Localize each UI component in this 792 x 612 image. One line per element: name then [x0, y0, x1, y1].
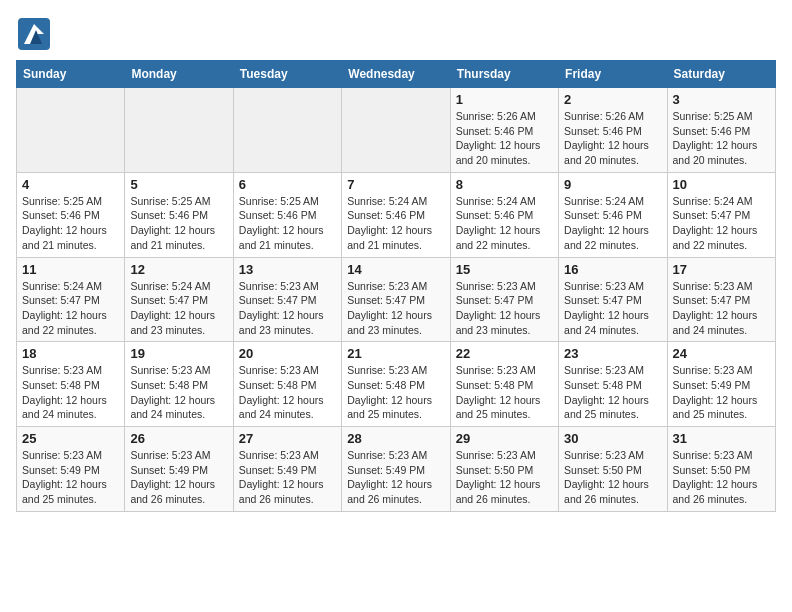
day-info: Sunrise: 5:25 AMSunset: 5:46 PMDaylight:… [130, 194, 227, 253]
calendar-cell: 7Sunrise: 5:24 AMSunset: 5:46 PMDaylight… [342, 172, 450, 257]
calendar-cell: 15Sunrise: 5:23 AMSunset: 5:47 PMDayligh… [450, 257, 558, 342]
calendar-cell: 8Sunrise: 5:24 AMSunset: 5:46 PMDaylight… [450, 172, 558, 257]
logo [16, 16, 56, 52]
day-info: Sunrise: 5:23 AMSunset: 5:48 PMDaylight:… [22, 363, 119, 422]
calendar-week-5: 25Sunrise: 5:23 AMSunset: 5:49 PMDayligh… [17, 427, 776, 512]
day-info: Sunrise: 5:23 AMSunset: 5:50 PMDaylight:… [673, 448, 770, 507]
day-info: Sunrise: 5:24 AMSunset: 5:47 PMDaylight:… [22, 279, 119, 338]
calendar-cell: 20Sunrise: 5:23 AMSunset: 5:48 PMDayligh… [233, 342, 341, 427]
day-info: Sunrise: 5:24 AMSunset: 5:47 PMDaylight:… [130, 279, 227, 338]
calendar-cell: 19Sunrise: 5:23 AMSunset: 5:48 PMDayligh… [125, 342, 233, 427]
day-number: 18 [22, 346, 119, 361]
day-number: 24 [673, 346, 770, 361]
calendar-cell: 26Sunrise: 5:23 AMSunset: 5:49 PMDayligh… [125, 427, 233, 512]
day-number: 2 [564, 92, 661, 107]
calendar-cell: 3Sunrise: 5:25 AMSunset: 5:46 PMDaylight… [667, 88, 775, 173]
calendar-cell: 21Sunrise: 5:23 AMSunset: 5:48 PMDayligh… [342, 342, 450, 427]
calendar-cell: 28Sunrise: 5:23 AMSunset: 5:49 PMDayligh… [342, 427, 450, 512]
calendar-header-row: SundayMondayTuesdayWednesdayThursdayFrid… [17, 61, 776, 88]
calendar-cell: 17Sunrise: 5:23 AMSunset: 5:47 PMDayligh… [667, 257, 775, 342]
day-number: 15 [456, 262, 553, 277]
calendar-cell: 9Sunrise: 5:24 AMSunset: 5:46 PMDaylight… [559, 172, 667, 257]
day-number: 28 [347, 431, 444, 446]
day-number: 16 [564, 262, 661, 277]
day-info: Sunrise: 5:23 AMSunset: 5:47 PMDaylight:… [239, 279, 336, 338]
day-number: 29 [456, 431, 553, 446]
day-info: Sunrise: 5:23 AMSunset: 5:49 PMDaylight:… [239, 448, 336, 507]
day-info: Sunrise: 5:24 AMSunset: 5:46 PMDaylight:… [456, 194, 553, 253]
header-sunday: Sunday [17, 61, 125, 88]
logo-icon [16, 16, 52, 52]
calendar-cell: 25Sunrise: 5:23 AMSunset: 5:49 PMDayligh… [17, 427, 125, 512]
calendar-cell: 6Sunrise: 5:25 AMSunset: 5:46 PMDaylight… [233, 172, 341, 257]
calendar-cell: 4Sunrise: 5:25 AMSunset: 5:46 PMDaylight… [17, 172, 125, 257]
header-friday: Friday [559, 61, 667, 88]
calendar-week-2: 4Sunrise: 5:25 AMSunset: 5:46 PMDaylight… [17, 172, 776, 257]
day-info: Sunrise: 5:23 AMSunset: 5:47 PMDaylight:… [347, 279, 444, 338]
header-tuesday: Tuesday [233, 61, 341, 88]
day-number: 30 [564, 431, 661, 446]
calendar-cell: 16Sunrise: 5:23 AMSunset: 5:47 PMDayligh… [559, 257, 667, 342]
day-number: 17 [673, 262, 770, 277]
day-number: 12 [130, 262, 227, 277]
calendar-cell: 22Sunrise: 5:23 AMSunset: 5:48 PMDayligh… [450, 342, 558, 427]
day-number: 4 [22, 177, 119, 192]
calendar-cell: 10Sunrise: 5:24 AMSunset: 5:47 PMDayligh… [667, 172, 775, 257]
calendar-cell: 31Sunrise: 5:23 AMSunset: 5:50 PMDayligh… [667, 427, 775, 512]
day-number: 27 [239, 431, 336, 446]
calendar-cell [342, 88, 450, 173]
day-number: 10 [673, 177, 770, 192]
calendar-cell [125, 88, 233, 173]
day-number: 5 [130, 177, 227, 192]
day-number: 8 [456, 177, 553, 192]
calendar-cell: 11Sunrise: 5:24 AMSunset: 5:47 PMDayligh… [17, 257, 125, 342]
calendar-cell: 23Sunrise: 5:23 AMSunset: 5:48 PMDayligh… [559, 342, 667, 427]
day-info: Sunrise: 5:23 AMSunset: 5:48 PMDaylight:… [239, 363, 336, 422]
day-info: Sunrise: 5:23 AMSunset: 5:48 PMDaylight:… [347, 363, 444, 422]
day-number: 23 [564, 346, 661, 361]
calendar-cell: 1Sunrise: 5:26 AMSunset: 5:46 PMDaylight… [450, 88, 558, 173]
day-info: Sunrise: 5:25 AMSunset: 5:46 PMDaylight:… [239, 194, 336, 253]
day-number: 21 [347, 346, 444, 361]
day-info: Sunrise: 5:25 AMSunset: 5:46 PMDaylight:… [673, 109, 770, 168]
calendar-cell: 5Sunrise: 5:25 AMSunset: 5:46 PMDaylight… [125, 172, 233, 257]
header-saturday: Saturday [667, 61, 775, 88]
day-number: 1 [456, 92, 553, 107]
day-number: 31 [673, 431, 770, 446]
day-info: Sunrise: 5:24 AMSunset: 5:46 PMDaylight:… [564, 194, 661, 253]
day-info: Sunrise: 5:23 AMSunset: 5:49 PMDaylight:… [347, 448, 444, 507]
day-info: Sunrise: 5:23 AMSunset: 5:48 PMDaylight:… [130, 363, 227, 422]
calendar-cell: 27Sunrise: 5:23 AMSunset: 5:49 PMDayligh… [233, 427, 341, 512]
calendar-cell: 12Sunrise: 5:24 AMSunset: 5:47 PMDayligh… [125, 257, 233, 342]
calendar-cell: 29Sunrise: 5:23 AMSunset: 5:50 PMDayligh… [450, 427, 558, 512]
day-info: Sunrise: 5:23 AMSunset: 5:47 PMDaylight:… [673, 279, 770, 338]
day-info: Sunrise: 5:23 AMSunset: 5:50 PMDaylight:… [456, 448, 553, 507]
day-info: Sunrise: 5:26 AMSunset: 5:46 PMDaylight:… [564, 109, 661, 168]
day-info: Sunrise: 5:23 AMSunset: 5:48 PMDaylight:… [456, 363, 553, 422]
day-number: 14 [347, 262, 444, 277]
day-number: 7 [347, 177, 444, 192]
calendar-cell: 30Sunrise: 5:23 AMSunset: 5:50 PMDayligh… [559, 427, 667, 512]
calendar-cell [17, 88, 125, 173]
header-monday: Monday [125, 61, 233, 88]
day-number: 11 [22, 262, 119, 277]
day-number: 25 [22, 431, 119, 446]
day-info: Sunrise: 5:23 AMSunset: 5:49 PMDaylight:… [22, 448, 119, 507]
day-number: 6 [239, 177, 336, 192]
day-number: 20 [239, 346, 336, 361]
calendar-cell: 2Sunrise: 5:26 AMSunset: 5:46 PMDaylight… [559, 88, 667, 173]
day-info: Sunrise: 5:23 AMSunset: 5:47 PMDaylight:… [456, 279, 553, 338]
calendar-week-3: 11Sunrise: 5:24 AMSunset: 5:47 PMDayligh… [17, 257, 776, 342]
day-number: 22 [456, 346, 553, 361]
day-info: Sunrise: 5:23 AMSunset: 5:50 PMDaylight:… [564, 448, 661, 507]
day-number: 19 [130, 346, 227, 361]
header-thursday: Thursday [450, 61, 558, 88]
day-number: 9 [564, 177, 661, 192]
calendar-table: SundayMondayTuesdayWednesdayThursdayFrid… [16, 60, 776, 512]
day-info: Sunrise: 5:26 AMSunset: 5:46 PMDaylight:… [456, 109, 553, 168]
calendar-cell: 24Sunrise: 5:23 AMSunset: 5:49 PMDayligh… [667, 342, 775, 427]
day-info: Sunrise: 5:23 AMSunset: 5:47 PMDaylight:… [564, 279, 661, 338]
day-info: Sunrise: 5:24 AMSunset: 5:47 PMDaylight:… [673, 194, 770, 253]
day-info: Sunrise: 5:23 AMSunset: 5:49 PMDaylight:… [130, 448, 227, 507]
page-header [16, 16, 776, 52]
